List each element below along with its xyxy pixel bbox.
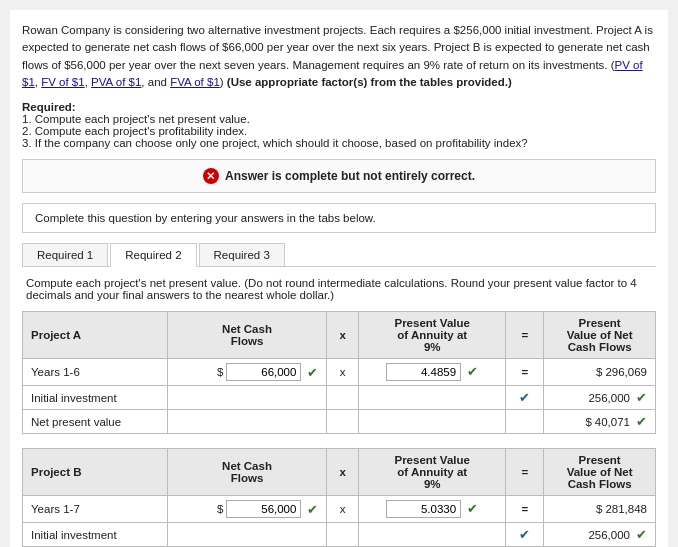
project-b-init-net [167,523,327,547]
years-1-7-label: Years 1-7 [23,496,168,523]
check-a-init-eq: ✔ [519,390,530,405]
x-header-b: x [327,449,359,496]
required-item-3: 3. If the company can choose only one pr… [22,137,528,149]
pv-net-header-a: PresentValue of NetCash Flows [544,312,656,359]
project-b-net-cash-input[interactable] [226,500,301,518]
fva-link[interactable]: FVA of $1 [170,76,220,88]
project-a-header: Project A [23,312,168,359]
project-a-net-cash-input[interactable] [226,363,301,381]
required-label: Required: [22,101,76,113]
check-a-init: ✔ [636,390,647,405]
project-a-net-cash: $ ✔ [167,359,327,386]
project-b-net-cash: $ ✔ [167,496,327,523]
project-b-init-pv: 256,000 ✔ [544,523,656,547]
project-a-npv-x [327,410,359,434]
dollar-sign-a-npv: $ [585,416,591,428]
project-a-init-value: 256,000 [588,392,630,404]
project-b-row-initial: Initial investment ✔ 256,000 ✔ [23,523,656,547]
net-cash-flows-header-a: Net CashFlows [167,312,327,359]
instruction-box: Complete this question by entering your … [22,203,656,233]
intro-text: Rowan Company is considering two alterna… [22,22,656,91]
instruction-text: Complete this question by entering your … [35,212,376,224]
eq-cell-b: = [506,496,544,523]
project-a-pv-annuity: ✔ [359,359,506,386]
project-b-pv-annuity-input[interactable] [386,500,461,518]
pv-annuity-header-a: Present Valueof Annuity at9% [359,312,506,359]
page: Rowan Company is considering two alterna… [10,10,668,547]
pv-net-header-b: PresentValue of NetCash Flows [544,449,656,496]
project-a-row-npv: Net present value $ 40,071 ✔ [23,410,656,434]
eq-cell-a: = [506,359,544,386]
project-b-init-check: ✔ [506,523,544,547]
check-a-annuity: ✔ [467,364,478,379]
project-a-npv-net [167,410,327,434]
project-a-npv-eq [506,410,544,434]
project-b-init-annuity [359,523,506,547]
project-b-pv-net-value: 281,848 [605,503,647,515]
x-header-a: x [327,312,359,359]
project-b-init-value: 256,000 [588,529,630,541]
project-a-pv-net: $ 296,069 [544,359,656,386]
project-b-pv-annuity: ✔ [359,496,506,523]
net-cash-flows-header-b: Net CashFlows [167,449,327,496]
check-b-annuity: ✔ [467,501,478,516]
project-a-npv-value: $ 40,071 ✔ [544,410,656,434]
eq-header-a: = [506,312,544,359]
tab-required-1[interactable]: Required 1 [22,243,108,266]
tab-required-3[interactable]: Required 3 [199,243,285,266]
project-a-npv-amount: 40,071 [595,416,630,428]
x-cell-a: x [327,359,359,386]
project-a-init-check: ✔ [506,386,544,410]
required-item-1: 1. Compute each project's net present va… [22,113,250,125]
check-b-init-eq: ✔ [519,527,530,542]
pva-link[interactable]: PVA of $1 [91,76,141,88]
project-a-row-years: Years 1-6 $ ✔ x ✔ = [23,359,656,386]
project-b-table: Project B Net CashFlows x Present Valueo… [22,448,656,547]
dollar-sign-a: $ [217,366,223,378]
alert-icon: ✕ [203,168,219,184]
dollar-sign-b-pv: $ [596,503,602,515]
project-a-npv-annuity [359,410,506,434]
required-section: Required: 1. Compute each project's net … [22,101,656,149]
project-a-row-initial: Initial investment ✔ 256,000 ✔ [23,386,656,410]
initial-investment-label-b: Initial investment [23,523,168,547]
check-a-net: ✔ [307,365,318,380]
initial-investment-label-a: Initial investment [23,386,168,410]
project-a-section: Project A Net CashFlows x Present Valueo… [22,311,656,434]
tab-required-2[interactable]: Required 2 [110,243,196,267]
check-a-npv: ✔ [636,414,647,429]
project-a-init-net [167,386,327,410]
check-b-net: ✔ [307,502,318,517]
project-a-pv-annuity-input[interactable] [386,363,461,381]
dollar-sign-b: $ [217,503,223,515]
project-a-table: Project A Net CashFlows x Present Valueo… [22,311,656,434]
project-b-section: Project B Net CashFlows x Present Valueo… [22,448,656,547]
x-cell-b: x [327,496,359,523]
years-1-6-label: Years 1-6 [23,359,168,386]
alert-text: Answer is complete but not entirely corr… [225,169,475,183]
alert-box: ✕ Answer is complete but not entirely co… [22,159,656,193]
project-b-init-x [327,523,359,547]
project-b-row-years: Years 1-7 $ ✔ x ✔ = [23,496,656,523]
project-b-pv-net: $ 281,848 [544,496,656,523]
project-a-pv-net-value: 296,069 [605,366,647,378]
tabs-row: Required 1 Required 2 Required 3 [22,243,656,267]
project-a-init-annuity [359,386,506,410]
eq-header-b: = [506,449,544,496]
project-a-init-pv: 256,000 ✔ [544,386,656,410]
pv-annuity-header-b: Present Valueof Annuity at9% [359,449,506,496]
project-b-header: Project B [23,449,168,496]
project-a-init-x [327,386,359,410]
npv-label-a: Net present value [23,410,168,434]
check-b-init: ✔ [636,527,647,542]
tab-instruction: Compute each project's net present value… [22,277,656,301]
required-item-2: 2. Compute each project's profitability … [22,125,247,137]
fv-link[interactable]: FV of $1 [41,76,84,88]
dollar-sign-a-pv: $ [596,366,602,378]
